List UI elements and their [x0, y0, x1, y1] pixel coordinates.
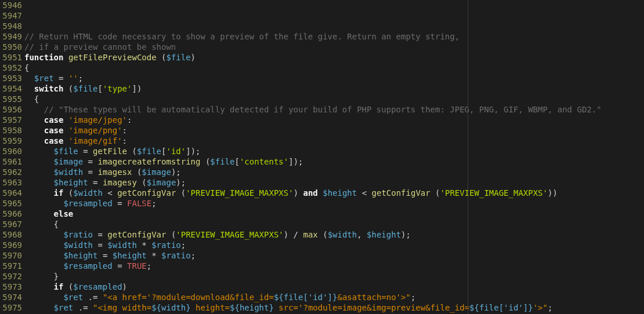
token: : — [122, 136, 127, 145]
line-number: 5952 — [0, 63, 22, 73]
token: * — [147, 251, 161, 260]
code-line[interactable]: case 'image/png': — [24, 125, 644, 136]
code-line[interactable]: // "These types will be automatically de… — [24, 104, 644, 115]
token: $image — [54, 157, 84, 166]
token — [318, 188, 323, 198]
token: $height — [367, 230, 401, 239]
token: $file — [137, 147, 161, 156]
code-line[interactable]: { — [24, 63, 644, 73]
token — [63, 126, 68, 135]
token — [24, 105, 44, 114]
code-line[interactable]: function getFilePreviewCode ($file) — [24, 52, 644, 63]
token: getFilePreviewCode — [68, 53, 157, 62]
code-line[interactable]: case 'image/jpeg': — [24, 115, 644, 125]
code-line[interactable]: $height = $height * $ratio; — [24, 250, 644, 261]
token: // "These types will be automatically de… — [44, 105, 602, 114]
token: 'PREVIEW_IMAGE_MAXPXS' — [176, 230, 283, 239]
token: ) — [191, 53, 196, 62]
code-line[interactable]: $ret = ''; — [24, 73, 644, 83]
line-number: 5956 — [0, 104, 22, 115]
token: function — [24, 53, 63, 62]
token — [24, 136, 44, 145]
token: getFile — [93, 147, 127, 156]
token: ( — [176, 188, 186, 198]
token: = — [113, 199, 127, 208]
token: 'PREVIEW_IMAGE_MAXPXS' — [186, 188, 293, 198]
token: FALSE — [127, 199, 151, 208]
line-number: 5974 — [0, 292, 22, 302]
code-line[interactable]: // if a preview cannot be shown — [24, 42, 644, 52]
code-line[interactable]: // Return HTML code necessary to show a … — [24, 31, 644, 42]
token: < — [103, 188, 117, 198]
token — [24, 126, 44, 135]
code-line[interactable]: else — [24, 209, 644, 219]
token: $file — [73, 84, 97, 93]
token — [24, 167, 54, 177]
line-number: 5946 — [0, 0, 22, 10]
token: ); — [171, 167, 181, 177]
token: = — [83, 167, 97, 177]
token: $resampled — [73, 282, 122, 291]
token: src='?module=image&img=preview&file_id= — [274, 303, 469, 312]
token: ( — [200, 157, 210, 166]
token: $ratio — [161, 251, 191, 260]
token: [ — [234, 157, 239, 166]
token: { — [24, 220, 59, 229]
token: ); — [401, 230, 411, 239]
code-line[interactable]: $resampled = TRUE; — [24, 261, 644, 271]
code-line[interactable]: { — [24, 219, 644, 229]
token: ]) — [132, 84, 142, 93]
token: < — [357, 188, 371, 198]
token: 'contents' — [240, 157, 288, 166]
token: "<a href='?module=download&file_id= — [103, 293, 274, 302]
line-number: 5967 — [0, 219, 22, 229]
code-line[interactable]: $width = $width * $ratio; — [24, 240, 644, 250]
token — [24, 209, 54, 218]
code-line[interactable]: $height = imagesy ($image); — [24, 177, 644, 188]
code-area[interactable]: // Return HTML code necessary to show a … — [24, 0, 644, 314]
token: .= — [83, 293, 103, 302]
token — [24, 84, 34, 93]
token: ; — [78, 74, 83, 83]
code-line[interactable]: $ret .= "<a href='?module=download&file_… — [24, 292, 644, 302]
code-line[interactable]: $image = imagecreatefromstring ($file['c… — [24, 156, 644, 167]
code-line[interactable]: $width = imagesx ($image); — [24, 167, 644, 177]
token: // Return HTML code necessary to show a … — [24, 32, 460, 41]
token — [24, 251, 63, 260]
line-number: 5960 — [0, 146, 22, 156]
code-line[interactable]: $resampled = FALSE; — [24, 198, 644, 209]
token: * — [137, 240, 151, 250]
line-number: 5963 — [0, 177, 22, 188]
token: 'image/png' — [68, 126, 122, 135]
token — [24, 293, 63, 302]
token: ) — [294, 188, 303, 198]
token: )) — [548, 188, 558, 198]
token: : — [127, 115, 132, 125]
code-line[interactable]: $ratio = getConfigVar ('PREVIEW_IMAGE_MA… — [24, 229, 644, 240]
token: = — [113, 261, 127, 271]
code-editor[interactable]: 5946594759485949595059515952595359545955… — [0, 0, 644, 314]
token: ; — [411, 293, 415, 302]
code-line[interactable]: switch ($file['type']) — [24, 83, 644, 94]
token: ${file['id']} — [469, 303, 533, 312]
token: $resampled — [63, 261, 112, 271]
line-number: 5959 — [0, 136, 22, 146]
token: imagesx — [97, 167, 132, 177]
token: and — [303, 188, 317, 198]
token — [24, 188, 54, 198]
token: imagesy — [103, 178, 137, 187]
line-number: 5970 — [0, 250, 22, 261]
token: } — [24, 272, 59, 281]
code-line[interactable]: case 'image/gif': — [24, 136, 644, 146]
token: = — [97, 251, 112, 260]
code-line[interactable]: $ret .= "<img width=${width} height=${he… — [24, 302, 644, 313]
code-line[interactable]: if ($width < getConfigVar ('PREVIEW_IMAG… — [24, 188, 644, 198]
token: ${file['id']} — [274, 293, 338, 302]
code-line[interactable]: { — [24, 94, 644, 104]
code-line[interactable]: } — [24, 271, 644, 282]
line-number: 5961 — [0, 156, 22, 167]
line-number: 5964 — [0, 188, 22, 198]
line-number: 5951 — [0, 52, 22, 63]
code-line[interactable]: if ($resampled) — [24, 282, 644, 292]
code-line[interactable]: $file = getFile ($file['id']); — [24, 146, 644, 156]
